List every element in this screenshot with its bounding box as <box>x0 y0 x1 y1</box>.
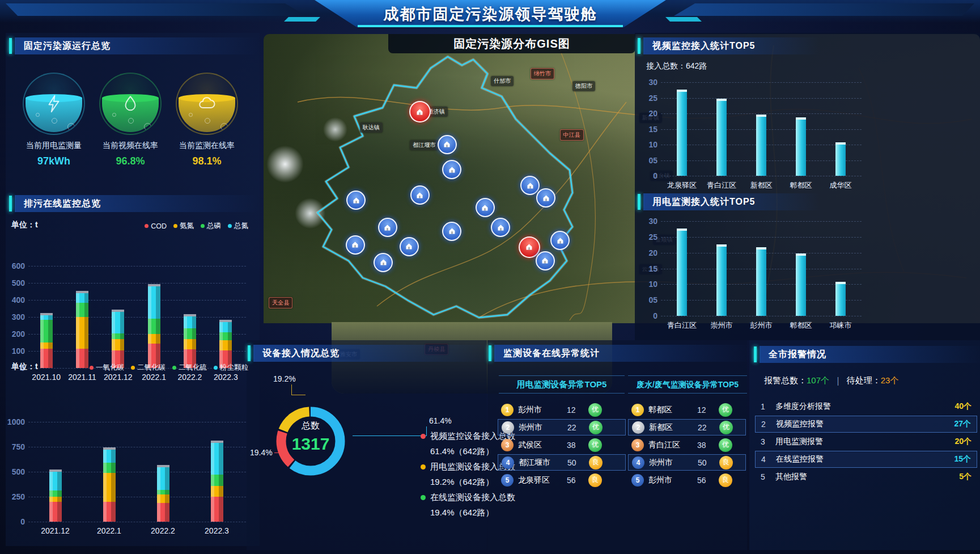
axis-category-label: 龙泉驿区 <box>667 180 697 191</box>
rank-medal: 2 <box>632 421 644 434</box>
axis-tick-label: 05 <box>639 156 657 165</box>
legend-label: 总磷 <box>207 221 221 231</box>
abnormal-table-row[interactable]: 1彭州市12优 <box>498 401 626 418</box>
panel-header-power-top5: 用电监测接入统计TOP5 <box>643 193 820 210</box>
map-marker-site[interactable] <box>442 160 461 179</box>
panel-header-overview: 固定污染源运行总览 <box>15 37 258 54</box>
bar-segment <box>157 503 169 522</box>
gauge-label: 当前用电监测量 <box>23 141 85 151</box>
abnormal-table-row[interactable]: 1郫都区12优 <box>628 401 746 418</box>
donut-callout-line <box>291 384 306 395</box>
legend-item[interactable]: 粉尘颗粒 <box>214 363 248 373</box>
abnormal-table-row[interactable]: 5龙泉驿区56良 <box>498 472 626 488</box>
map-marker-site[interactable] <box>346 191 366 210</box>
bar <box>677 231 687 316</box>
legend-item[interactable]: 二氧化硫 <box>172 363 207 373</box>
gauge-value: 98.1% <box>176 155 238 167</box>
rank-medal: 5 <box>631 474 644 487</box>
abnormal-table-row[interactable]: 3武侯区38优 <box>498 437 626 453</box>
abnormal-table-row[interactable]: 2崇州市22优 <box>498 419 626 435</box>
abnormal-count: 56 <box>697 476 714 485</box>
abnormal-count: 50 <box>698 458 715 467</box>
region-name: 郫都区 <box>648 405 693 415</box>
map-marker-site[interactable] <box>476 198 495 217</box>
legend-dot <box>145 224 149 228</box>
gridline <box>661 82 862 83</box>
map-marker-site[interactable] <box>536 251 555 270</box>
map-marker-site[interactable] <box>442 222 461 241</box>
bar-segment <box>49 497 62 502</box>
status-badge: 优 <box>588 438 602 452</box>
rank-medal: 3 <box>631 439 644 451</box>
region-name: 武侯区 <box>518 440 562 450</box>
map-marker-site[interactable] <box>491 218 510 237</box>
rank-medal: 3 <box>501 439 514 451</box>
donut-legend-dot <box>421 495 426 500</box>
alarm-pending-label: 待处理： <box>847 375 881 385</box>
axis-tick-label: 100 <box>7 346 25 356</box>
axis-category-label: 2021.11 <box>68 373 96 382</box>
bar-top-face <box>49 470 62 472</box>
map-marker-site[interactable] <box>438 135 457 154</box>
status-badge: 优 <box>719 438 732 452</box>
alarm-row[interactable]: 3用电监测报警20个 <box>755 433 977 450</box>
bar-segment <box>184 316 196 328</box>
region-name: 都江堰市 <box>519 458 563 468</box>
alarm-divider: ｜ <box>834 375 842 385</box>
abnormal-table-row[interactable]: 2新都区22优 <box>628 419 746 435</box>
abnormal-table-row[interactable]: 4都江堰市50良 <box>498 454 626 471</box>
map-marker-site[interactable] <box>378 218 397 237</box>
axis-category-label: 2022.2 <box>178 373 202 382</box>
abnormal-table-row[interactable]: 5彭州市56良 <box>628 472 746 488</box>
alarm-pending-value: 23个 <box>881 375 899 385</box>
alarm-type-label: 用电监测报警 <box>775 437 954 447</box>
legend-item[interactable]: 氨氮 <box>173 221 194 231</box>
axis-tick-label: 05 <box>639 295 657 305</box>
bar-segment <box>40 315 53 320</box>
video-top5-chart: 0051015202530龙泉驿区青白江区新都区郫都区成华区 <box>639 82 864 176</box>
map-marker-site[interactable] <box>550 231 570 250</box>
bubble <box>205 118 210 124</box>
axis-category-label: 成华区 <box>830 180 852 191</box>
gridline <box>28 300 246 301</box>
donut-callout-label: 19.2% <box>273 374 296 383</box>
header-accent-right <box>665 17 702 22</box>
legend-item[interactable]: 总磷 <box>201 221 221 231</box>
legend-label: 氨氮 <box>180 221 194 231</box>
legend-item[interactable]: 一氧化碳 <box>90 363 124 373</box>
map-marker-alert[interactable] <box>409 101 431 122</box>
alarm-row[interactable]: 1多维度分析报警40个 <box>755 398 977 415</box>
abnormal-table-row[interactable]: 4崇州市50良 <box>628 454 746 471</box>
donut-callout-label: 61.4% <box>429 416 452 425</box>
alarm-row[interactable]: 5其他报警5个 <box>755 468 977 485</box>
donut-legend-dot <box>421 464 426 470</box>
alarm-type-label: 视频监控报警 <box>776 419 954 429</box>
map-marker-site[interactable] <box>374 253 393 272</box>
header-banner: 成都市固定污染源领导驾驶舱 <box>315 0 666 27</box>
header-wing-right <box>674 3 974 16</box>
map-marker-site[interactable] <box>346 235 365 255</box>
emission-gas-chart: 025050075010002021.122022.12022.22022.3 <box>7 422 248 522</box>
bar-segment <box>157 494 169 502</box>
gauge-value: 97kWh <box>23 155 85 167</box>
abnormal-table-row[interactable]: 3青白江区38优 <box>628 437 746 453</box>
gauge-label: 当前监测在线率 <box>176 141 238 151</box>
region-name: 崇州市 <box>519 422 563 433</box>
bar-segment <box>112 333 124 340</box>
bar-segment <box>112 312 124 333</box>
map-marker-site[interactable] <box>410 185 430 205</box>
legend-item[interactable]: 二氧化碳 <box>131 363 166 373</box>
map-marker-site[interactable] <box>536 188 555 208</box>
alarm-row[interactable]: 2视频监控报警27个 <box>755 416 977 433</box>
bar-segment <box>49 472 62 490</box>
bubble <box>52 118 57 124</box>
bar-segment <box>219 322 232 332</box>
alarm-row[interactable]: 4在线监控报警15个 <box>755 451 977 468</box>
legend-item[interactable]: 总氮 <box>228 221 248 231</box>
map-marker-site[interactable] <box>520 176 540 195</box>
legend-item[interactable]: COD <box>145 221 167 231</box>
region-name: 崇州市 <box>649 458 693 468</box>
donut-total-value: 1317 <box>271 434 350 454</box>
map-marker-site[interactable] <box>400 237 419 256</box>
axis-category-label: 邛崃市 <box>830 320 852 331</box>
